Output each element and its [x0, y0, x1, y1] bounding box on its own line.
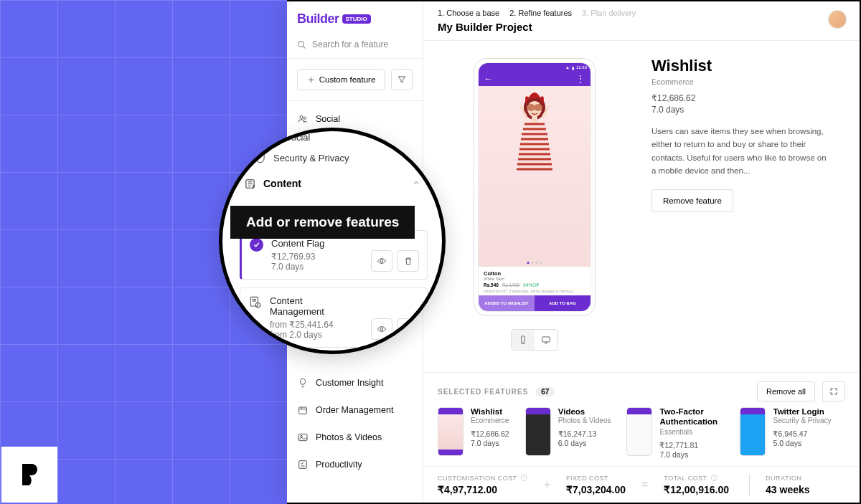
phone-preview: ▲▮12:30 ←⋮: [474, 58, 596, 316]
eye-icon: [377, 256, 387, 266]
step-3[interactable]: 3. Plan delivery: [582, 9, 636, 17]
svg-rect-14: [532, 115, 537, 123]
selected-check-icon: [250, 238, 263, 252]
filter-icon: [397, 75, 407, 85]
eye-icon: [377, 324, 387, 334]
checklist-icon: [297, 459, 309, 470]
content-icon: [244, 178, 256, 190]
filter-button[interactable]: [391, 69, 413, 90]
selected-features-list: Wishlist Ecommerce ₹12,686.62 7.0 days V…: [423, 407, 860, 466]
feature-price: ₹12,686.62: [651, 93, 841, 103]
desktop-view-button[interactable]: [535, 330, 557, 350]
delete-button[interactable]: [397, 250, 419, 272]
menu-dots-icon: ⋮: [576, 74, 585, 84]
page-title: My Builder Project: [438, 21, 845, 33]
package-icon: [297, 404, 309, 416]
sidebar-item-social[interactable]: Social: [287, 105, 423, 133]
svg-rect-6: [299, 407, 307, 414]
expand-button[interactable]: [822, 381, 845, 401]
remove-feature-button[interactable]: Remove feature: [651, 189, 733, 212]
step-1[interactable]: 1. Choose a base: [438, 9, 499, 17]
desktop-icon: [541, 335, 551, 345]
svg-rect-7: [298, 434, 307, 440]
sidebar-item-customer-insight[interactable]: Customer Insight: [287, 369, 423, 396]
fixed-cost: ₹7,03,204.00: [566, 484, 626, 495]
users-icon: [297, 113, 309, 125]
preview-button[interactable]: [371, 250, 392, 272]
svg-point-5: [304, 117, 306, 119]
step-2[interactable]: 2. Refine features: [509, 9, 572, 17]
selected-card[interactable]: Two-Factor Authentication Essentials ₹12…: [626, 407, 724, 459]
search-icon: [297, 40, 306, 49]
feature-title: Wishlist: [651, 57, 841, 75]
avatar[interactable]: [828, 10, 847, 29]
customisation-cost: ₹4,97,712.00: [438, 484, 528, 495]
mobile-view-button[interactable]: [512, 330, 535, 350]
svg-point-32: [380, 328, 383, 331]
svg-point-13: [534, 104, 542, 111]
preview-button[interactable]: [371, 318, 392, 340]
topbar: 1. Choose a base 2. Refine features 3. P…: [423, 1, 860, 41]
custom-feature-button[interactable]: Custom feature: [297, 69, 385, 90]
image-icon: [297, 432, 309, 443]
model-illustration: [506, 92, 563, 192]
feature-days: 7.0 days: [651, 105, 841, 115]
svg-line-1: [303, 46, 305, 48]
plus-icon: [307, 76, 315, 84]
trash-icon: [403, 256, 413, 266]
info-icon[interactable]: [710, 474, 718, 482]
chevron-up-icon: [412, 177, 420, 190]
svg-rect-17: [542, 337, 550, 342]
selected-count-badge: 67: [535, 387, 555, 396]
total-cost: ₹12,00,916.00: [664, 484, 729, 495]
info-icon[interactable]: [520, 474, 528, 482]
device-toggle: [511, 329, 558, 351]
selected-features-label: SELECTED FEATURES: [438, 388, 528, 396]
duration: 43 weeks: [766, 484, 810, 495]
cost-bar: CUSTOMISATION COST ₹4,97,712.00 + FIXED …: [423, 466, 860, 503]
selected-card[interactable]: Wishlist Ecommerce ₹12,686.62 7.0 days: [438, 407, 509, 459]
remove-all-button[interactable]: Remove all: [757, 381, 815, 401]
mobile-icon: [518, 335, 528, 345]
breadcrumb: 1. Choose a base 2. Refine features 3. P…: [438, 9, 845, 17]
logo: Builder STUDIO: [287, 1, 423, 34]
selected-card[interactable]: Videos Photos & Videos ₹16,247.13 6.0 da…: [525, 407, 611, 459]
svg-point-4: [300, 115, 303, 118]
tooltip: Add or remove features: [230, 206, 415, 239]
selected-card[interactable]: Twitter Login Security & Privacy ₹6,945.…: [740, 407, 831, 459]
feature-category: Ecommerce: [651, 77, 841, 86]
brand-b-logo: [1, 447, 57, 503]
logo-text: Builder: [297, 11, 339, 27]
svg-point-0: [298, 41, 304, 47]
feature-detail: Wishlist Ecommerce ₹12,686.62 7.0 days U…: [646, 41, 860, 372]
feature-description: Users can save items they see when brows…: [651, 125, 831, 178]
sidebar-item-photos-videos[interactable]: Photos & Videos: [287, 424, 423, 451]
svg-rect-30: [250, 297, 258, 306]
sidebar-item-content[interactable]: Content: [222, 168, 442, 196]
svg-point-29: [380, 260, 383, 262]
sidebar-item-order-management[interactable]: Order Management: [287, 396, 423, 424]
search-placeholder: Search for a feature: [312, 39, 388, 49]
lightbulb-icon: [297, 377, 309, 389]
zoom-lens: Social Security & Privacy Content Add or…: [219, 128, 446, 354]
back-arrow-icon: ←: [484, 74, 493, 84]
logo-badge: STUDIO: [342, 14, 371, 24]
expand-icon: [829, 387, 838, 396]
search-input[interactable]: Search for a feature: [287, 34, 423, 59]
sidebar-item-productivity[interactable]: Productivity: [287, 451, 423, 478]
svg-rect-9: [299, 461, 307, 469]
